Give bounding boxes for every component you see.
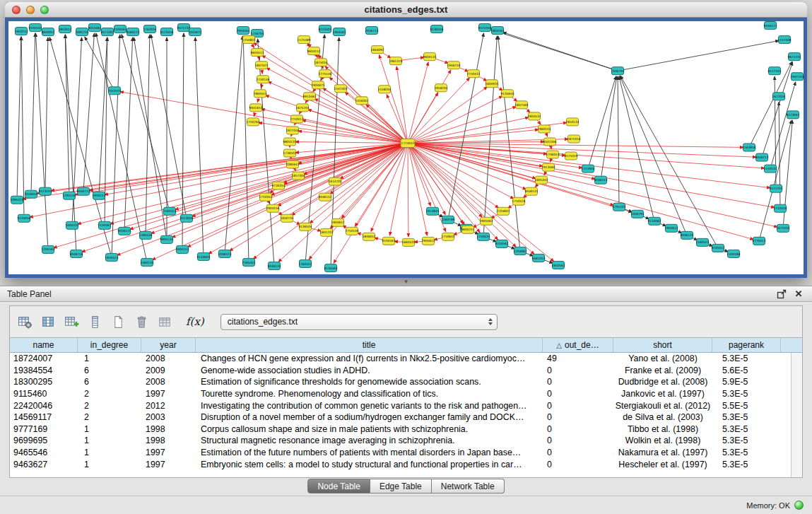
graph-node[interactable]: 9604152 [307,47,320,55]
graph-node[interactable]: 1563958 [742,144,755,151]
graph-node[interactable]: 9461053 [531,254,545,262]
float-panel-icon[interactable] [775,288,788,300]
graph-node[interactable]: 2913460 [541,163,555,171]
graph-node[interactable]: 1750342 [259,193,272,201]
graph-node[interactable]: 1750634 [476,233,490,240]
graph-node[interactable]: 1875034 [314,59,327,66]
graph-node[interactable]: 8046134 [680,231,693,239]
graph-node[interactable]: 1204987 [513,247,526,255]
graph-node[interactable]: 1750264 [246,118,259,126]
graph-node[interactable]: 9105534 [28,24,42,32]
graph-node[interactable]: 1946794 [611,67,624,75]
graph-node[interactable]: 6791203 [612,203,625,211]
table-row[interactable]: 946362711997Embryonic stem cells: a mode… [10,458,802,470]
graph-node[interactable]: 1904563 [332,28,346,36]
table-row[interactable]: 946554611997Estimation of the future num… [10,447,802,459]
graph-node[interactable]: 2204607 [496,207,510,215]
graph-node[interactable]: 1961378 [389,57,402,65]
graph-node[interactable]: 9501346 [543,138,556,146]
graph-node[interactable]: 9913462 [302,93,316,100]
graph-node[interactable]: 1960453 [253,90,266,98]
graph-node[interactable]: 1125489 [297,36,310,44]
graph-node[interactable]: 8123456 [160,28,173,36]
graph-node[interactable]: 2275146 [318,70,331,78]
single-column-button[interactable] [86,313,104,331]
close-window-button[interactable] [12,6,20,14]
graph-node[interactable]: 1650734 [280,214,293,222]
graph-node[interactable]: 1604532 [65,221,78,229]
graph-node[interactable]: 1905463 [479,217,493,225]
graph-node[interactable]: 8640052 [41,28,54,36]
graph-node[interactable]: 2150467 [98,221,111,229]
graph-node[interactable]: 1060789 [441,216,454,223]
graph-node[interactable]: 1841203 [319,228,333,236]
panel-splitter[interactable]: ▾ [0,278,812,286]
graph-node[interactable]: 9123047 [786,111,799,119]
graph-node[interactable]: 1254803 [242,36,255,44]
column-header-short[interactable]: short [613,338,712,352]
table-row[interactable]: 1938455462009Genome-wide association stu… [10,365,802,377]
graph-node[interactable]: 7850134 [565,118,579,126]
graph-node[interactable]: 1762034 [143,25,156,33]
graph-node[interactable]: 9513046 [180,214,193,222]
window-titlebar[interactable]: citations_edges.txt [5,2,807,18]
graph-node[interactable]: 8127345 [767,67,781,75]
graph-node[interactable]: 2604531 [527,112,541,120]
graph-node[interactable]: 1672034 [772,93,785,100]
graph-node[interactable]: 9513205 [38,187,52,195]
graph-node[interactable]: 8571302 [100,28,114,36]
minimize-window-button[interactable] [26,6,35,14]
graph-node[interactable]: 1840562 [551,261,565,269]
graph-node[interactable]: 7904561 [236,27,249,35]
graph-node[interactable]: 9015461 [88,24,101,32]
graph-node[interactable]: 1746053 [546,151,559,158]
graph-node[interactable]: 6770413 [752,237,765,245]
graph-node[interactable]: 1846052 [362,233,375,240]
graph-node[interactable]: 1560423 [695,238,709,246]
graph-node[interactable]: 9046513 [594,176,607,184]
graph-node[interactable]: 2904156 [266,204,279,212]
column-header-title[interactable]: title [196,338,543,352]
graph-node[interactable]: 9046125 [117,227,131,235]
graph-node[interactable]: 7265401 [242,258,255,266]
table-row[interactable]: 1456911722003Disruption of a novel membe… [10,411,802,424]
graph-node[interactable]: 9134605 [196,252,210,260]
import-table-button[interactable] [155,313,174,331]
graph-node[interactable]: 8046712 [76,187,90,195]
graph-node[interactable]: 1960245 [537,125,551,133]
zoom-window-button[interactable] [40,6,49,14]
graph-node[interactable]: 1660435 [401,238,415,246]
graph-node[interactable]: 1140532 [763,165,777,173]
graph-node[interactable]: 2604153 [175,245,189,253]
graph-node[interactable]: 1204563 [41,245,54,253]
graph-node[interactable]: 2750149 [345,227,358,235]
graph-node[interactable]: 1904657 [331,218,344,226]
graph-node[interactable]: 9046531 [524,187,538,195]
graph-node[interactable]: 1847025 [254,62,268,69]
splitter-grip-icon[interactable]: ▾ [404,279,408,285]
graph-node[interactable]: 1927046 [286,127,299,134]
graph-node[interactable]: 9046135 [267,262,281,269]
graph-node[interactable]: 9905135 [160,235,173,243]
show-columns-button[interactable] [39,313,57,331]
graph-node[interactable]: 9046123 [763,22,777,30]
create-column-button[interactable] [62,313,81,331]
tab-node-table[interactable]: Node Table [307,479,370,493]
graph-node[interactable]: 9041653 [249,104,262,112]
graph-node-hub[interactable]: 1724043 [401,139,415,147]
table-options-button[interactable] [16,313,34,331]
graph-node[interactable]: 1847560 [514,101,528,109]
graph-node[interactable]: 1046523 [218,250,231,257]
column-header-name[interactable]: name [10,338,78,352]
column-header-out_degree[interactable]: △out_de… [543,338,613,352]
column-header-pagerank[interactable]: pagerank [712,338,781,352]
graph-node[interactable]: 1046795 [630,210,644,218]
graph-node[interactable]: 9136504 [298,223,312,230]
graph-node[interactable]: 9604513 [250,49,264,57]
graph-node[interactable]: 1614705 [328,177,341,185]
graph-node[interactable]: 9804135 [283,138,296,146]
close-panel-icon[interactable]: ✕ [792,288,805,300]
table-selector-combobox[interactable]: citations_edges.txt [220,314,498,330]
graph-node[interactable]: 9134056 [17,214,30,222]
graph-node[interactable]: 2750146 [256,76,269,83]
